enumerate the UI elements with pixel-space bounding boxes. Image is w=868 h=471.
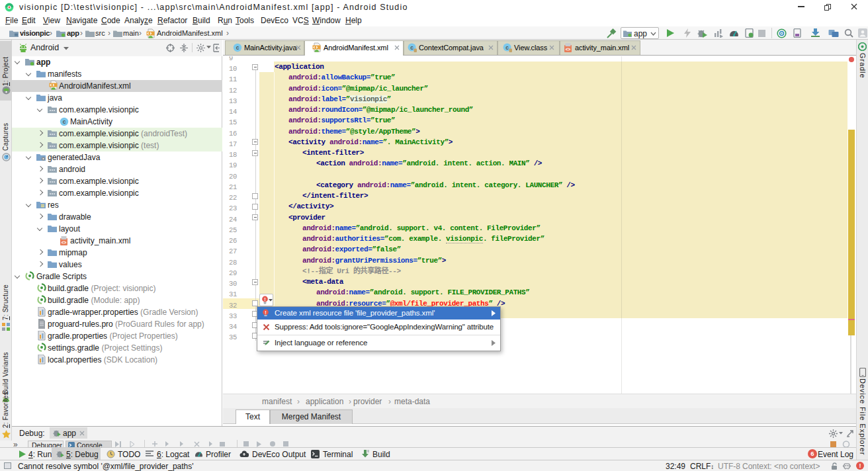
svg-text:c: c <box>505 44 509 51</box>
svg-text:<>: <> <box>62 240 67 245</box>
svg-text:c: c <box>410 44 413 51</box>
svg-text:<>: <> <box>566 47 571 52</box>
svg-text:!: ! <box>265 310 267 316</box>
svg-text:!: ! <box>264 296 266 302</box>
